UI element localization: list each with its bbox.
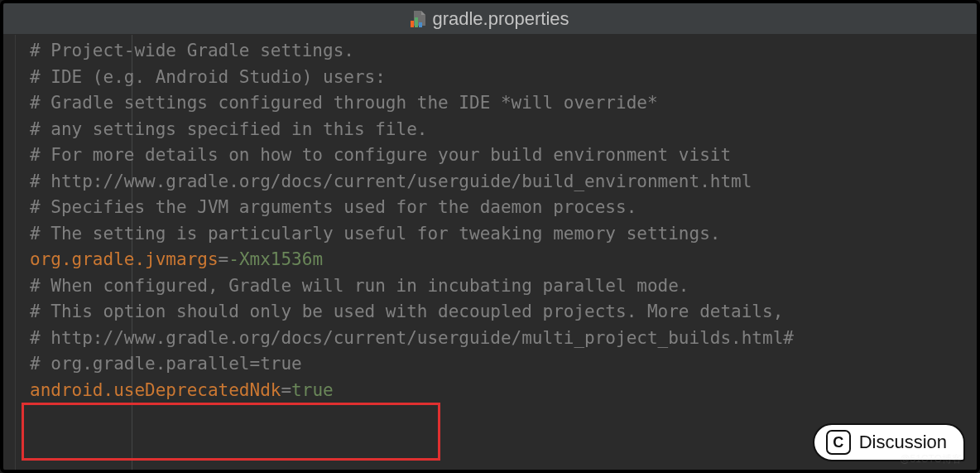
code-line[interactable]: # The setting is particularly useful for…: [30, 221, 977, 248]
tab-title[interactable]: gradle.properties: [432, 8, 569, 30]
code-line[interactable]: org.gradle.jvmargs=-Xmx1536m: [30, 247, 977, 273]
code-line[interactable]: android.useDeprecatedNdk=true: [30, 378, 977, 404]
highlight-rectangle: [22, 403, 440, 461]
discussion-badge-letter-icon: C: [826, 430, 851, 455]
code-editor[interactable]: # Project-wide Gradle settings.# IDE (e.…: [3, 35, 977, 470]
editor-tab-bar: gradle.properties: [3, 3, 977, 35]
code-line[interactable]: # Specifies the JVM arguments used for t…: [30, 195, 977, 221]
code-line[interactable]: # http://www.gradle.org/docs/current/use…: [30, 169, 977, 195]
code-content[interactable]: # Project-wide Gradle settings.# IDE (e.…: [15, 38, 977, 403]
discussion-badge-label: Discussion: [859, 432, 947, 453]
code-line[interactable]: # Gradle settings configured through the…: [30, 90, 977, 117]
code-line[interactable]: # http://www.gradle.org/docs/current/use…: [30, 326, 977, 352]
code-line[interactable]: # IDE (e.g. Android Studio) users:: [30, 65, 977, 91]
code-line[interactable]: # org.gradle.parallel=true: [30, 351, 977, 378]
code-line[interactable]: # Project-wide Gradle settings.: [30, 38, 977, 65]
code-line[interactable]: # This option should only be used with d…: [30, 299, 977, 326]
code-line[interactable]: # any settings specified in this file.: [30, 117, 977, 143]
code-line[interactable]: # For more details on how to configure y…: [30, 142, 977, 169]
gradle-file-icon: [411, 11, 425, 27]
code-line[interactable]: # When configured, Gradle will run in in…: [30, 273, 977, 300]
watermark-text: @51CTO博客: [900, 452, 962, 466]
